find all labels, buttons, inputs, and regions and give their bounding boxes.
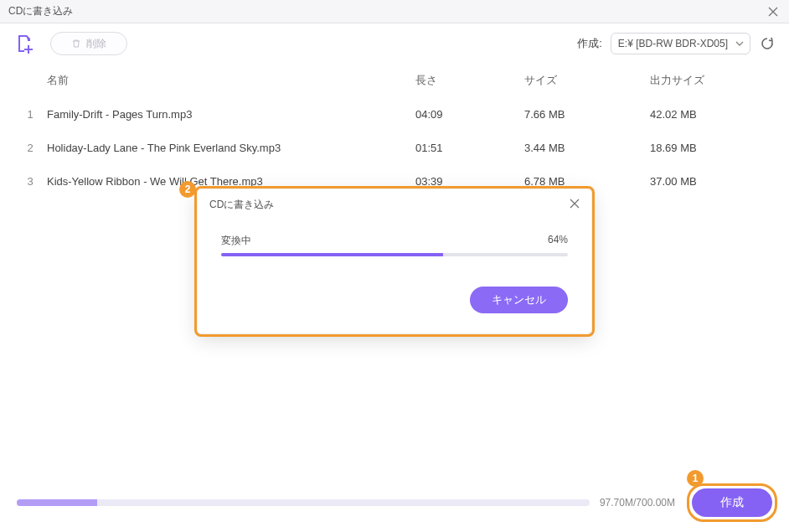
footer: 97.70M/700.00M 作成 1 [0,480,789,532]
add-file-button[interactable] [13,32,37,55]
delete-button[interactable]: 削除 [50,32,127,55]
create-to-label: 作成: [577,36,602,51]
progress-status-label: 変換中 [221,234,251,248]
progress-bar [221,253,568,256]
dialog-close-button[interactable] [570,199,580,211]
col-length-header: 長さ [415,73,524,88]
window-close-button[interactable] [766,4,781,19]
delete-label: 削除 [86,37,106,51]
col-name-header: 名前 [47,73,415,88]
drive-select-value: E:¥ [BD-RW BDR-XD05] [618,38,728,49]
col-output-header: 出力サイズ [650,73,776,88]
burn-cd-window: CDに書き込み 削除 作成: E:¥ [BD-RW BDR-XD05] [0,0,789,532]
progress-percent-label: 64% [548,234,568,248]
close-icon [570,199,580,209]
annotation-badge-2: 2 [179,181,196,198]
refresh-button[interactable] [759,35,776,52]
table-row[interactable]: 1 Family-Drift - Pages Turn.mp3 04:09 7.… [13,97,776,131]
col-size-header: サイズ [524,73,650,88]
dialog-title: CDに書き込み [209,198,274,212]
capacity-bar [17,499,590,506]
cancel-button[interactable]: キャンセル [470,287,568,313]
trash-icon [71,39,81,49]
window-title: CDに書き込み [8,4,73,18]
create-button[interactable]: 作成 [692,488,772,517]
toolbar: 削除 作成: E:¥ [BD-RW BDR-XD05] [0,23,789,64]
capacity-text: 97.70M/700.00M [600,497,675,509]
svg-rect-1 [24,49,33,50]
drive-select[interactable]: E:¥ [BD-RW BDR-XD05] [611,33,750,54]
table-row[interactable]: 2 Holiday-Lady Lane - The Pink Everland … [13,131,776,164]
titlebar: CDに書き込み [0,0,789,23]
annotation-badge-1: 1 [687,470,704,487]
burn-progress-dialog: 2 CDに書き込み 変換中 64% キャンセル [197,189,592,334]
chevron-down-icon [735,39,745,49]
table-header-row: 名前 長さ サイズ 出力サイズ [13,64,776,97]
